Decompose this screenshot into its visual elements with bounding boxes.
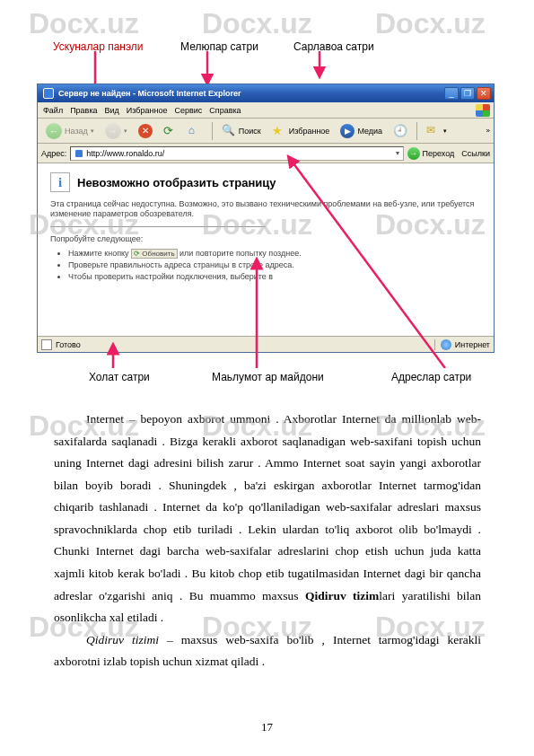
go-icon: → <box>407 147 420 160</box>
globe-icon <box>441 339 451 350</box>
page-number: 17 <box>0 720 534 734</box>
back-icon: ← <box>46 123 62 139</box>
label-address-bar: Адреслар сатри <box>391 371 471 383</box>
address-bar: Адрес: http://www.ronaldo.ru/ ▾ → Перехо… <box>38 144 494 163</box>
refresh-inline-button: ⟳ Обновить <box>131 249 177 259</box>
refresh-button[interactable]: ⟳ <box>159 121 182 141</box>
watermark: Docx.uz <box>29 7 139 40</box>
menu-favorites[interactable]: Избранное <box>127 106 168 115</box>
para2-italic: Qidiruv tizimi <box>86 633 159 646</box>
label-title-bar: Сарлавоа сатри <box>293 40 374 53</box>
watermark: Docx.uz <box>202 7 312 40</box>
close-button[interactable]: ✕ <box>477 87 491 100</box>
stop-icon: ✕ <box>138 124 153 138</box>
label-content-area: Маьлумот ар майдони <box>212 371 324 383</box>
error-heading: Невозможно отобразить страницу <box>77 176 276 189</box>
address-input[interactable]: http://www.ronaldo.ru/ ▾ <box>70 146 403 161</box>
home-button[interactable]: ⌂ <box>184 121 207 141</box>
body-text: Internet – bepoyon axborot ummoni . Axbo… <box>54 409 481 673</box>
forward-icon: → <box>105 123 121 139</box>
forward-button[interactable]: → ▾ <box>101 121 132 141</box>
error-paragraph: Эта страница сейчас недоступна. Возможно… <box>50 199 481 219</box>
search-button[interactable]: 🔍 Поиск <box>217 121 266 141</box>
search-icon: 🔍 <box>222 124 236 138</box>
home-icon: ⌂ <box>188 124 203 138</box>
menu-view[interactable]: Вид <box>105 106 119 115</box>
minimize-button[interactable]: _ <box>444 87 459 100</box>
media-icon: ▶ <box>340 124 355 138</box>
star-icon: ★ <box>272 124 286 138</box>
menu-file[interactable]: Файл <box>43 106 63 115</box>
chevron-down-icon: ▾ <box>443 127 447 135</box>
try-following: Попробуйте следующее: <box>50 234 481 244</box>
menu-tools[interactable]: Сервис <box>174 106 202 115</box>
history-button[interactable]: 🕘 <box>389 121 412 141</box>
watermark: Docx.uz <box>375 7 486 40</box>
content-area: i Невозможно отобразить страницу Эта стр… <box>38 163 494 336</box>
menubar: Файл Правка Вид Избранное Сервис Справка <box>38 102 494 119</box>
divider <box>50 226 266 227</box>
status-text: Готово <box>56 340 81 349</box>
status-zone: Интернет <box>455 340 490 349</box>
window-title: Сервер не найден - Microsoft Internet Ex… <box>58 89 241 98</box>
address-url: http://www.ronaldo.ru/ <box>86 149 164 158</box>
stop-button[interactable]: ✕ <box>134 121 157 141</box>
chevron-down-icon: ▾ <box>91 127 94 135</box>
back-button[interactable]: ← Назад ▾ <box>41 121 99 141</box>
toolbar: ← Назад ▾ → ▾ ✕ ⟳ ⌂ 🔍 Поиск <box>38 119 494 144</box>
links-label[interactable]: Ссылки <box>458 149 490 158</box>
error-bullet-3: Чтобы проверить настройки подключения, в… <box>68 272 481 281</box>
address-label: Адрес: <box>41 149 66 158</box>
separator <box>416 122 417 140</box>
document-icon <box>41 339 52 350</box>
chevron-down-icon: ▾ <box>124 127 127 135</box>
history-icon: 🕘 <box>393 124 407 138</box>
mail-icon: ✉ <box>426 124 441 138</box>
figure-browser-annotated: Ускуналар панэли Мелюпар сатри Сарлавоа … <box>37 40 495 386</box>
mail-button[interactable]: ✉ ▾ <box>422 121 451 141</box>
error-bullet-1: Нажмите кнопку ⟳ Обновить или повторите … <box>68 249 481 258</box>
label-menu-bar: Мелюпар сатри <box>180 40 258 53</box>
chevron-down-icon[interactable]: ▾ <box>396 149 399 157</box>
toolbar-overflow[interactable]: » <box>486 127 490 135</box>
para1-bold: Qidiruv tizim <box>305 589 379 602</box>
error-suggestions: Нажмите кнопку ⟳ Обновить или повторите … <box>50 249 481 281</box>
para1-a: Internet – bepoyon axborot ummoni . Axbo… <box>54 412 481 602</box>
menu-help[interactable]: Справка <box>209 106 241 115</box>
menu-edit[interactable]: Правка <box>70 106 97 115</box>
windows-logo-icon <box>476 104 490 117</box>
separator <box>212 122 213 140</box>
error-bullet-2: Проверьте правильность адреса страницы в… <box>68 260 481 269</box>
favorites-button[interactable]: ★ Избранное <box>267 121 335 141</box>
info-icon: i <box>50 172 70 192</box>
label-status-bar: Холат сатри <box>89 371 150 383</box>
browser-window: Сервер не найден - Microsoft Internet Ex… <box>37 84 495 353</box>
statusbar: Готово Интернет <box>38 336 494 352</box>
page-icon <box>74 149 83 158</box>
titlebar: Сервер не найден - Microsoft Internet Ex… <box>38 84 494 102</box>
go-button[interactable]: → Переход <box>407 147 455 160</box>
media-button[interactable]: ▶ Медиа <box>336 121 387 141</box>
refresh-icon: ⟳ <box>163 124 178 138</box>
label-tools-panel: Ускуналар панэли <box>53 40 144 53</box>
ie-icon <box>43 88 54 99</box>
maximize-button[interactable]: ❐ <box>460 87 475 100</box>
arrow-title-bar <box>306 51 333 82</box>
